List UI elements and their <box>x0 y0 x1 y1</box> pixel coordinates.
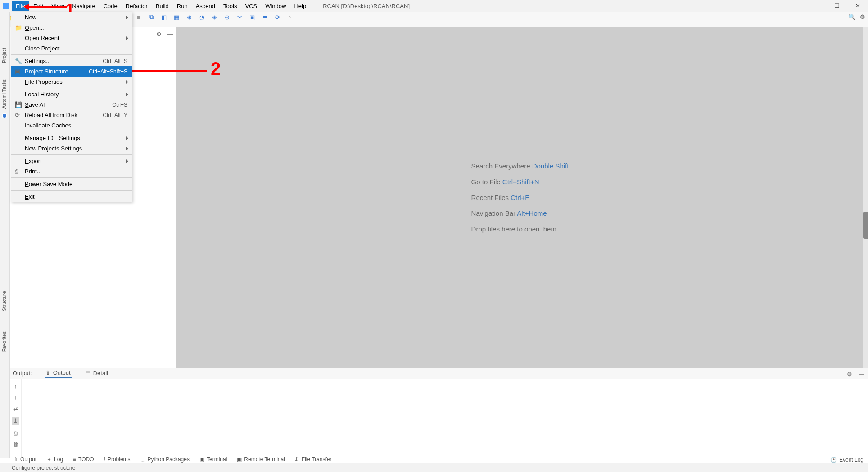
automl-tasks-tool[interactable]: Automl Tasks <box>1 79 7 109</box>
bottom-tab-file-transfer[interactable]: ⇵File Transfer <box>295 456 332 463</box>
file-menu-new[interactable]: New <box>11 12 132 23</box>
folder-gear-icon: ▣ <box>15 68 21 74</box>
wrap-icon[interactable]: ⇄ <box>13 405 18 412</box>
file-menu-project-structure[interactable]: ▣Project Structure...Ctrl+Alt+Shift+S <box>11 66 132 77</box>
minimize-button[interactable]: — <box>806 0 827 12</box>
file-menu-export[interactable]: Export <box>11 156 132 166</box>
file-menu-dropdown[interactable]: New📁Open...Open RecentClose Project🔧Sett… <box>11 12 132 202</box>
editor-hint: Drop files here to open them <box>471 225 556 233</box>
left-tool-strip: Project Automl Tasks Structure Favorites <box>0 12 10 458</box>
output-tab[interactable]: ⇧ Output <box>45 368 72 378</box>
tb-icon-11[interactable]: ⟳ <box>274 14 281 21</box>
tab-icon: ⇧ <box>14 456 18 463</box>
run-toolbar: ■ ⧉ ◧ ▦ ⊕ ◔ ⊕ ⊖ ✂ ▣ ≣ ⟳ ⌂ <box>135 14 294 21</box>
editor-hint: Navigation Bar Alt+Home <box>471 209 547 217</box>
wrench-icon: 🔧 <box>15 58 21 64</box>
select-opened-icon[interactable]: ÷ <box>148 31 151 37</box>
shortcut-link: Ctrl+E <box>511 194 529 201</box>
tb-icon-3[interactable]: ▦ <box>173 14 180 21</box>
status-icon[interactable] <box>3 465 8 470</box>
menu-tools[interactable]: Tools <box>219 1 241 11</box>
bottom-tool-tabs: ⇧Output＋Log≡TODO!Problems⬚Python Package… <box>10 456 868 463</box>
output-label: Output: <box>13 370 32 377</box>
bottom-tab-log[interactable]: ＋Log <box>46 456 63 463</box>
bottom-tab-remote-terminal[interactable]: ▣Remote Terminal <box>237 456 285 463</box>
panel-hide-icon[interactable]: — <box>167 31 173 37</box>
search-icon[interactable]: 🔍 <box>848 14 855 20</box>
window-controls: — ☐ ✕ <box>806 0 868 12</box>
app-icon <box>3 3 9 9</box>
editor-hint: Go to File Ctrl+Shift+N <box>471 178 539 186</box>
file-menu-reload-all-from-disk[interactable]: ⟳Reload All from DiskCtrl+Alt+Y <box>11 110 132 120</box>
file-menu-new-projects-settings[interactable]: New Projects Settings <box>11 143 132 154</box>
print-icon[interactable]: ⎙ <box>14 430 18 436</box>
structure-tool[interactable]: Structure <box>1 291 7 311</box>
output-hide-icon[interactable]: — <box>859 371 864 377</box>
shortcut-link: Double Shift <box>532 162 569 170</box>
project-tool[interactable]: Project <box>1 48 7 63</box>
file-menu-print[interactable]: ⎙Print... <box>11 166 132 177</box>
print-icon: ⎙ <box>15 168 21 174</box>
editor-empty-state[interactable]: Search Everywhere Double ShiftGo to File… <box>176 27 863 368</box>
tb-icon-7[interactable]: ⊖ <box>223 14 231 21</box>
menu-run[interactable]: Run <box>173 1 192 11</box>
status-text: Configure project structure <box>12 465 75 471</box>
tb-icon-6[interactable]: ⊕ <box>211 14 218 21</box>
output-settings-icon[interactable]: ⚙ <box>847 371 852 377</box>
detail-tab[interactable]: ▤ Detail <box>84 368 109 378</box>
file-menu-open-recent[interactable]: Open Recent <box>11 33 132 43</box>
output-body[interactable] <box>22 379 868 458</box>
tb-icon-8[interactable]: ✂ <box>236 14 243 21</box>
stop-icon[interactable]: ■ <box>135 14 142 21</box>
editor-hint: Recent Files Ctrl+E <box>471 194 530 201</box>
menu-vcs[interactable]: VCS <box>241 1 261 11</box>
menu-refactor[interactable]: Refactor <box>122 1 152 11</box>
bottom-tab-todo[interactable]: ≡TODO <box>73 456 94 463</box>
menu-help[interactable]: Help <box>290 1 310 11</box>
bottom-tab-terminal[interactable]: ▣Terminal <box>199 456 227 463</box>
file-menu-manage-ide-settings[interactable]: Manage IDE Settings <box>11 133 132 143</box>
shortcut-link: Alt+Home <box>517 209 547 217</box>
tb-icon-9[interactable]: ▣ <box>249 14 256 21</box>
annotation-2: 2 <box>211 59 221 79</box>
menu-code[interactable]: Code <box>99 1 122 11</box>
bottom-tab-python-packages[interactable]: ⬚Python Packages <box>140 456 190 463</box>
bottom-tab-output[interactable]: ⇧Output <box>14 456 36 463</box>
menu-build[interactable]: Build <box>152 1 173 11</box>
tab-icon: ▣ <box>237 456 242 463</box>
reload-icon: ⟳ <box>15 112 21 118</box>
file-menu-exit[interactable]: Exit <box>11 191 132 202</box>
tb-icon-2[interactable]: ◧ <box>160 14 167 21</box>
tb-icon-4[interactable]: ⊕ <box>185 14 193 21</box>
file-menu-power-save-mode[interactable]: Power Save Mode <box>11 179 132 189</box>
up-icon[interactable]: ↑ <box>14 383 17 390</box>
tb-icon-12[interactable]: ⌂ <box>286 14 294 21</box>
file-menu-close-project[interactable]: Close Project <box>11 43 132 54</box>
folder-icon: 📁 <box>15 24 21 31</box>
tb-icon-10[interactable]: ≣ <box>261 14 268 21</box>
down-icon[interactable]: ↓ <box>14 394 17 401</box>
file-menu-save-all[interactable]: 💾Save AllCtrl+S <box>11 100 132 110</box>
panel-settings-icon[interactable]: ⚙ <box>156 31 162 37</box>
tb-icon-1[interactable]: ⧉ <box>148 14 155 21</box>
file-menu-settings[interactable]: 🔧Settings...Ctrl+Alt+S <box>11 56 132 66</box>
file-menu-open[interactable]: 📁Open... <box>11 23 132 33</box>
menu-window[interactable]: Window <box>261 1 290 11</box>
save-icon: 💾 <box>15 101 21 108</box>
editor-hint: Search Everywhere Double Shift <box>471 162 569 170</box>
right-nub-icon <box>863 212 868 239</box>
settings-icon[interactable]: ⚙ <box>860 14 865 20</box>
file-menu-invalidate-caches[interactable]: Invalidate Caches... <box>11 120 132 131</box>
menu-ascend[interactable]: Ascend <box>192 1 219 11</box>
scroll-icon[interactable]: ⤓ <box>12 417 19 425</box>
file-menu-local-history[interactable]: Local History <box>11 89 132 100</box>
bottom-tab-problems[interactable]: !Problems <box>104 456 131 463</box>
close-button[interactable]: ✕ <box>847 0 868 12</box>
trash-icon[interactable]: 🗑 <box>13 441 18 448</box>
file-menu-file-properties[interactable]: File Properties <box>11 77 132 87</box>
tb-icon-5[interactable]: ◔ <box>198 14 205 21</box>
tab-icon: ⬚ <box>140 456 145 463</box>
maximize-button[interactable]: ☐ <box>827 0 847 12</box>
favorites-tool[interactable]: Favorites <box>1 331 7 352</box>
event-log-tab[interactable]: 🕒 Event Log <box>830 457 863 463</box>
